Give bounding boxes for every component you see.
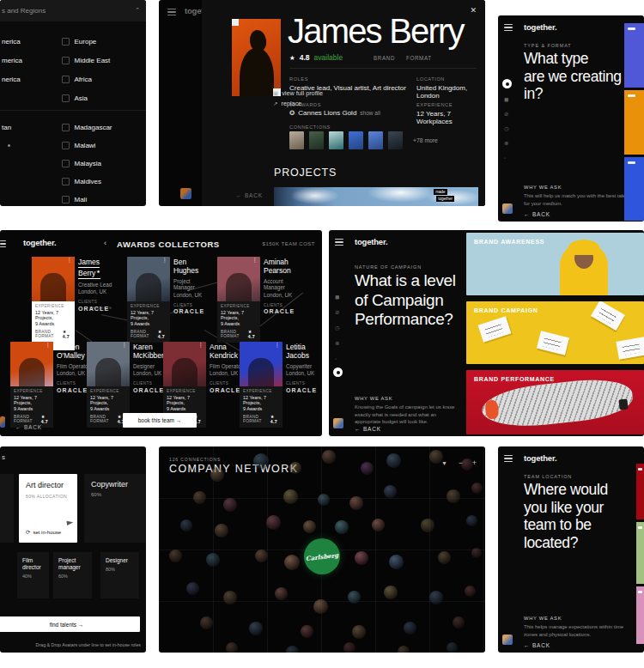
project-cover-image[interactable]: made together [274,187,478,206]
checkbox[interactable] [62,76,70,83]
role-card-copywriter[interactable]: Copywriter 60% [84,474,146,543]
connection-avatar[interactable] [368,131,383,149]
collapse-caret-icon[interactable]: ⌃ [135,7,140,14]
network-avatar[interactable] [193,491,206,504]
network-avatar[interactable] [200,616,213,629]
checkbox[interactable] [62,178,70,185]
network-avatar[interactable] [206,553,220,567]
network-avatar[interactable] [404,622,416,635]
network-avatar[interactable] [372,519,385,531]
network-avatar[interactable] [447,642,458,653]
network-avatar[interactable] [255,550,268,562]
show-all-link[interactable]: show all [360,110,380,116]
checkbox[interactable] [62,142,70,149]
network-avatar[interactable] [352,625,366,639]
user-avatar[interactable] [502,203,513,214]
step-icon[interactable]: ⊗ [335,340,339,347]
kebab-menu-icon[interactable]: ⋮ [275,343,281,348]
next-team-arrow[interactable]: › [210,239,213,247]
network-avatar[interactable] [343,642,355,653]
network-avatar[interactable] [303,520,316,533]
step-icon[interactable]: ◦ [504,155,506,161]
location-option-card[interactable] [636,464,644,519]
close-icon[interactable]: ✕ [470,6,477,15]
network-avatar[interactable] [284,555,300,570]
region-checkbox-row[interactable]: Middle East [62,57,110,64]
back-button[interactable]: ← BACK [524,211,550,217]
network-avatar[interactable] [348,591,361,604]
connection-avatar[interactable] [349,131,363,149]
network-avatar[interactable] [429,591,443,604]
network-avatar[interactable] [289,462,301,474]
network-avatar[interactable] [389,555,404,569]
step-icon[interactable]: ⊘ [335,309,339,316]
network-avatar[interactable] [249,622,263,635]
step-icon[interactable]: ◦ [335,355,337,361]
view-full-profile-link[interactable]: ▣ view full profile [273,89,323,97]
connection-avatar[interactable] [329,131,343,149]
network-avatar[interactable] [398,646,410,653]
step-icon[interactable]: ◼ [335,294,339,301]
network-avatar[interactable] [429,450,443,464]
menu-icon[interactable] [504,455,513,464]
back-button[interactable]: ← BACK [236,192,263,198]
network-avatar[interactable] [301,625,313,638]
network-avatar[interactable] [286,646,299,653]
set-in-house-button[interactable]: ⟳ set in-house [26,529,61,536]
region-checkbox-row[interactable]: Malaysia [62,160,101,167]
network-avatar[interactable] [335,520,349,534]
active-step-icon[interactable] [502,79,512,88]
checkbox[interactable] [62,160,70,167]
network-avatar[interactable] [471,548,482,558]
region-checkbox-row[interactable]: Mali [62,196,87,203]
role-card-project-manager[interactable]: Project manager 60% [53,552,92,598]
tab-format[interactable]: FORMAT [406,55,432,61]
kebab-menu-icon[interactable]: ⋮ [46,343,52,348]
network-avatar[interactable] [223,498,237,512]
network-avatar[interactable] [322,450,336,464]
connections-more[interactable]: +78 more [413,137,438,143]
network-avatar[interactable] [471,483,483,494]
team-member-card[interactable]: ⋮EXPERIENCE12 Years, 7 Projects,9 Awards… [32,257,125,343]
team-member-card[interactable]: ⋮EXPERIENCE12 Years, 7 Projects,9 Awards… [240,342,322,428]
checkbox[interactable] [62,38,70,46]
network-avatar[interactable] [318,494,330,506]
step-icon[interactable]: ⊘ [504,111,508,118]
network-avatar[interactable] [266,515,281,530]
kebab-menu-icon[interactable]: ⋮ [122,343,128,348]
regions-filter-header[interactable]: s and Regions ⌃ [0,0,146,21]
checkbox[interactable] [62,196,70,203]
kebab-menu-icon[interactable]: ⋮ [198,343,204,348]
checkbox[interactable] [62,94,70,102]
network-avatar[interactable] [384,586,398,599]
user-avatar[interactable] [502,635,513,645]
network-avatar[interactable] [275,587,288,600]
step-icon[interactable]: ◷ [335,325,340,331]
team-member-card[interactable]: ⋮EXPERIENCE12 Years, 7 Projects,9 Awards… [217,257,310,343]
role-card-partial[interactable] [0,474,14,543]
kebab-menu-icon[interactable]: ⋮ [67,258,73,263]
step-icon[interactable]: ⊗ [504,140,508,147]
menu-icon[interactable] [335,239,343,247]
network-avatar[interactable] [386,453,401,468]
menu-icon[interactable] [167,9,176,17]
network-avatar[interactable] [453,616,465,629]
type-option-card[interactable] [624,23,644,88]
option-card-brand-campaign[interactable]: BRAND CAMPAIGN [466,301,644,364]
network-avatar[interactable] [421,519,434,532]
network-avatar[interactable] [210,468,224,482]
region-checkbox-row[interactable]: Africa [62,76,92,83]
network-avatar[interactable] [223,591,237,604]
region-checkbox-row[interactable]: Maldives [62,178,101,185]
checkbox[interactable] [62,124,70,131]
role-card-film-director[interactable]: Film director 40% [17,552,49,598]
back-button[interactable]: ← BACK [524,642,550,648]
location-option-card[interactable] [636,586,644,644]
team-member-card[interactable]: ⋮EXPERIENCE12 Years, 7 Projects,9 Awards… [127,257,220,343]
type-option-card[interactable] [624,90,644,155]
network-avatar[interactable] [466,515,477,526]
option-card-brand-performance[interactable]: BRAND PERFORMANCE [466,370,644,434]
carlsberg-company-node[interactable]: Carlsberg [304,538,340,574]
network-avatar[interactable] [465,586,476,597]
region-checkbox-row[interactable]: Europe [62,38,96,46]
